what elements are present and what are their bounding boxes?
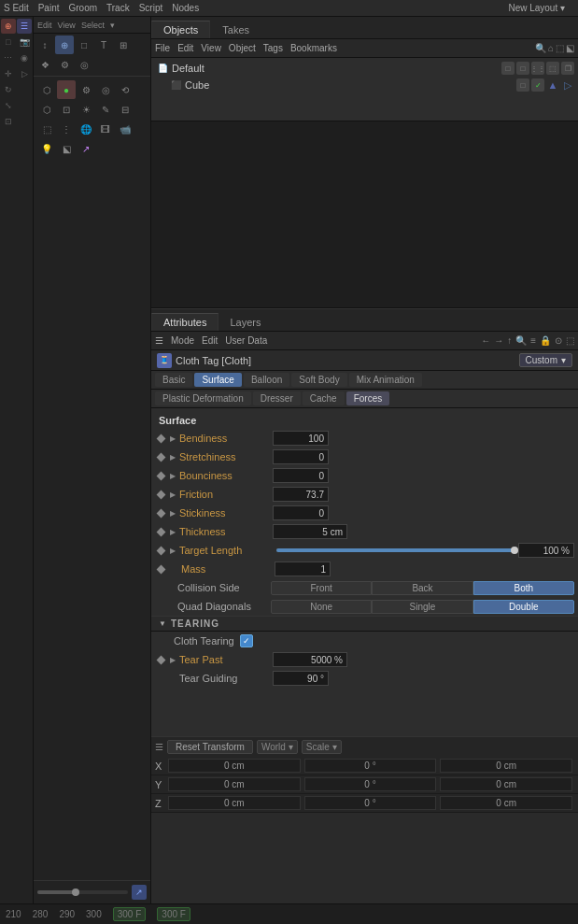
search-icon[interactable]: 🔍 xyxy=(535,43,546,53)
tool-box2[interactable]: ⬚ xyxy=(37,120,56,138)
tool-box[interactable]: ⬡ xyxy=(37,80,56,99)
menu-select-left[interactable]: Select xyxy=(81,21,105,30)
object-icon[interactable]: □ xyxy=(1,35,16,50)
stretchiness-diamond[interactable] xyxy=(155,451,166,462)
y-val1[interactable] xyxy=(168,777,301,791)
attr-up-icon[interactable]: ↑ xyxy=(507,335,512,346)
bounciness-arrow[interactable]: ▶ xyxy=(168,471,177,480)
subtab-mix-animation[interactable]: Mix Animation xyxy=(349,373,422,387)
tool-film[interactable]: 🎞 xyxy=(96,120,115,138)
quad-none[interactable]: None xyxy=(271,600,372,614)
default-ctrl5[interactable]: ❐ xyxy=(561,62,574,75)
friction-diamond[interactable] xyxy=(155,489,166,500)
thickness-arrow[interactable]: ▶ xyxy=(168,527,177,536)
x-val2[interactable] xyxy=(304,759,437,773)
tool-anim[interactable]: ⊡ xyxy=(57,100,76,119)
layout-icon[interactable]: ☰ xyxy=(17,19,32,34)
subtab-balloon[interactable]: Balloon xyxy=(244,373,289,387)
tearing-section-header[interactable]: ▼ TEARING xyxy=(151,616,578,632)
tool-cam[interactable]: 📹 xyxy=(116,120,134,138)
bendiness-arrow[interactable]: ▶ xyxy=(168,434,177,443)
tool-arrow[interactable]: ↕ xyxy=(35,36,54,54)
target-length-diamond[interactable] xyxy=(155,545,166,556)
subtab2-forces[interactable]: Forces xyxy=(346,391,390,405)
z-val2[interactable] xyxy=(304,796,437,810)
subtab-basic[interactable]: Basic xyxy=(155,373,192,387)
thickness-value[interactable] xyxy=(273,524,347,539)
bounciness-diamond[interactable] xyxy=(155,470,166,481)
world-dropdown[interactable]: World ▾ xyxy=(257,740,298,754)
rotate-icon[interactable]: ↻ xyxy=(1,82,16,97)
x-val3[interactable] xyxy=(440,759,572,773)
tree-row-cube[interactable]: ⬛ Cube □ ✓ ▲ ▷ xyxy=(151,77,578,93)
stretchiness-arrow[interactable]: ▶ xyxy=(168,452,177,462)
collision-front[interactable]: Front xyxy=(271,581,372,595)
subtab2-plastic[interactable]: Plastic Deformation xyxy=(155,391,251,405)
tab-takes[interactable]: Takes xyxy=(210,21,261,38)
attr-back-icon[interactable]: ← xyxy=(481,335,490,346)
target-length-slider[interactable] xyxy=(276,548,515,552)
default-ctrl3[interactable]: ⋮⋮ xyxy=(531,62,544,75)
tool-cube[interactable]: ❖ xyxy=(35,55,54,74)
tool-text[interactable]: T xyxy=(94,36,113,54)
cube-tag2[interactable]: ▷ xyxy=(561,78,574,92)
bendiness-value[interactable] xyxy=(273,431,329,446)
mass-diamond[interactable] xyxy=(155,563,166,575)
default-ctrl2[interactable]: □ xyxy=(516,62,529,75)
attr-menu-item[interactable]: ☰ xyxy=(155,335,163,346)
subtab-surface[interactable]: Surface xyxy=(194,373,241,387)
friction-arrow[interactable]: ▶ xyxy=(168,490,177,499)
tool-pen[interactable]: ✎ xyxy=(96,100,115,119)
attr-list-icon[interactable]: ≡ xyxy=(530,335,536,346)
friction-value[interactable] xyxy=(273,487,329,502)
menu-script[interactable]: Script xyxy=(139,3,163,13)
subtab-soft-body[interactable]: Soft Body xyxy=(291,373,346,387)
tab-layers[interactable]: Layers xyxy=(219,314,272,331)
menu-edit-left[interactable]: Edit xyxy=(37,21,52,30)
tool-ring[interactable]: ◎ xyxy=(75,55,93,74)
collision-back[interactable]: Back xyxy=(372,581,472,595)
menu-groom[interactable]: Groom xyxy=(68,3,97,13)
obj-menu-tags[interactable]: Tags xyxy=(263,43,283,53)
tab-attributes[interactable]: Attributes xyxy=(151,313,219,331)
mode-icon[interactable]: ⊕ xyxy=(1,19,16,34)
quad-double[interactable]: Double xyxy=(473,600,574,614)
tear-past-value[interactable] xyxy=(273,652,347,667)
default-ctrl4[interactable]: ⬚ xyxy=(546,62,559,75)
z-val3[interactable] xyxy=(440,796,572,810)
cube-ctrl2[interactable]: ✓ xyxy=(531,78,544,92)
tool-sun[interactable]: ☀ xyxy=(77,100,95,119)
light-icon[interactable]: ◉ xyxy=(17,50,32,65)
anim-icon[interactable]: ↗ xyxy=(132,885,147,900)
stickiness-value[interactable] xyxy=(273,505,329,520)
obj-menu-view[interactable]: View xyxy=(201,43,221,53)
collision-both[interactable]: Both xyxy=(473,581,574,595)
home-icon[interactable]: ⌂ xyxy=(548,43,554,53)
tool-tag[interactable]: ◎ xyxy=(96,80,115,99)
transform-icon[interactable]: ⊡ xyxy=(1,114,16,129)
tool-dots[interactable]: ⋮ xyxy=(57,120,76,138)
slider-thumb-target[interactable] xyxy=(511,547,518,554)
bendiness-diamond[interactable] xyxy=(155,433,166,444)
tool-grid[interactable]: ⊞ xyxy=(114,36,133,54)
attr-mode[interactable]: Mode xyxy=(171,335,194,346)
transform-menu-icon[interactable]: ☰ xyxy=(155,742,163,752)
menu-track[interactable]: Track xyxy=(106,3,130,13)
move-icon[interactable]: ✛ xyxy=(1,66,16,81)
mass-value[interactable] xyxy=(275,562,331,576)
menu-new-layout[interactable]: New Layout ▾ xyxy=(508,3,565,13)
attr-search-icon[interactable]: 🔍 xyxy=(515,335,527,346)
tool-hex[interactable]: ⬡ xyxy=(37,100,56,119)
tool-gear[interactable]: ⚙ xyxy=(55,55,74,74)
attr-edit[interactable]: Edit xyxy=(202,335,218,346)
obj-menu-bookmarks[interactable]: Bookmarks xyxy=(290,43,337,53)
camera-icon[interactable]: 📷 xyxy=(17,35,32,50)
x-val1[interactable] xyxy=(168,759,301,773)
stickiness-arrow[interactable]: ▶ xyxy=(168,508,177,518)
tool-link[interactable]: ⟲ xyxy=(116,80,134,99)
attr-lock-icon[interactable]: 🔒 xyxy=(540,335,551,346)
tool-grid2[interactable]: ⊟ xyxy=(116,100,134,119)
menu-s-edit[interactable]: S Edit xyxy=(4,3,29,13)
target-length-value[interactable] xyxy=(518,543,574,558)
scale-icon[interactable]: ⤡ xyxy=(1,98,16,113)
